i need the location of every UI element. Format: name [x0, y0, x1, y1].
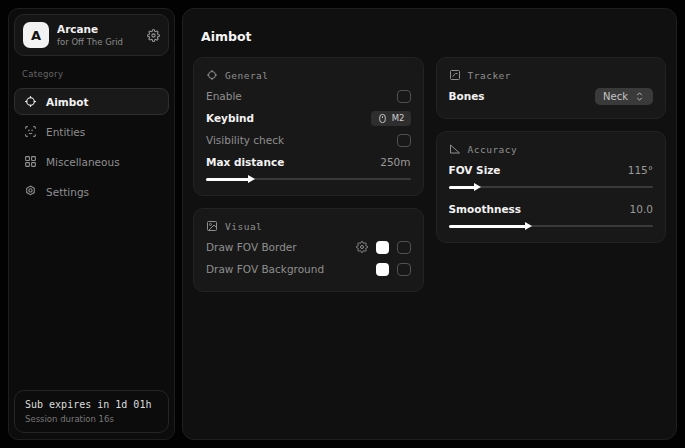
accuracy-card: Accuracy FOV Size 115° Smoothness 10.0: [436, 131, 667, 243]
crosshair-icon: [24, 95, 37, 108]
fov-size-value: 115°: [628, 164, 653, 176]
fov-border-controls: [356, 241, 411, 254]
card-title: General: [225, 70, 269, 81]
crosshair-icon: [206, 69, 218, 81]
keybind-button[interactable]: M2: [371, 111, 411, 126]
max-distance-slider[interactable]: [206, 174, 411, 184]
subscription-panel: Sub expires in 1d 01h Session duration 1…: [14, 390, 169, 433]
max-distance-label: Max distance: [206, 156, 284, 168]
card-title: Visual: [225, 221, 262, 232]
keybind-row: Keybind M2: [206, 107, 411, 129]
general-card: General Enable Keybind: [193, 57, 424, 196]
fov-size-slider[interactable]: [449, 182, 654, 192]
sidebar-item-settings[interactable]: Settings: [14, 178, 169, 205]
smoothness-value: 10.0: [630, 203, 653, 215]
general-card-header: General: [206, 69, 411, 81]
sidebar-item-label: Miscellaneous: [46, 156, 120, 168]
mouse-icon: [377, 113, 388, 124]
accuracy-card-header: Accuracy: [449, 143, 654, 155]
sidebar-item-miscellaneous[interactable]: Miscellaneous: [14, 148, 169, 175]
sidebar: A Arcane for Off The Grid Category: [8, 8, 175, 440]
chevrons-up-down-icon: [634, 91, 645, 102]
settings-gear-icon: [24, 185, 37, 198]
fov-border-label: Draw FOV Border: [206, 241, 297, 253]
triangle-ruler-icon: [449, 143, 461, 155]
smoothness-row: Smoothness 10.0: [449, 198, 654, 220]
slider-fill: [449, 225, 527, 228]
fov-border-row: Draw FOV Border: [206, 236, 411, 258]
fov-background-label: Draw FOV Background: [206, 263, 324, 275]
bones-select[interactable]: Neck: [595, 88, 653, 105]
fov-background-color-swatch[interactable]: [376, 263, 389, 276]
visibility-check-checkbox[interactable]: [397, 134, 411, 147]
visibility-check-label: Visibility check: [206, 134, 284, 146]
max-distance-value: 250m: [380, 156, 410, 168]
session-duration-text: Session duration 16s: [25, 414, 158, 424]
slider-fill: [449, 186, 476, 189]
fov-background-checkbox[interactable]: [397, 263, 411, 276]
bones-row: Bones Neck: [449, 85, 654, 107]
right-column: Tracker Bones Neck: [436, 57, 667, 243]
fov-size-row: FOV Size 115°: [449, 159, 654, 181]
sidebar-item-label: Aimbot: [46, 96, 88, 108]
gear-icon[interactable]: [356, 241, 368, 253]
sidebar-nav: Aimbot Entities: [9, 88, 174, 205]
card-title: Tracker: [468, 70, 512, 81]
card-columns: General Enable Keybind: [193, 57, 666, 292]
image-icon: [206, 220, 218, 232]
tracker-card: Tracker Bones Neck: [436, 57, 667, 119]
fov-background-row: Draw FOV Background: [206, 258, 411, 280]
scan-face-icon: [24, 125, 37, 138]
sidebar-item-label: Settings: [46, 186, 89, 198]
sidebar-item-entities[interactable]: Entities: [14, 118, 169, 145]
tracker-card-header: Tracker: [449, 69, 654, 81]
card-title: Accuracy: [468, 144, 518, 155]
fov-border-color-swatch[interactable]: [376, 241, 389, 254]
visual-card: Visual Draw FOV Border: [193, 208, 424, 292]
grid-icon: [24, 155, 37, 168]
bones-selected-value: Neck: [603, 91, 628, 102]
visual-card-header: Visual: [206, 220, 411, 232]
sidebar-item-label: Entities: [46, 126, 85, 138]
gear-icon[interactable]: [147, 29, 160, 42]
keybind-value: M2: [392, 113, 405, 123]
app-logo-card: A Arcane for Off The Grid: [14, 14, 169, 56]
keybind-label: Keybind: [206, 112, 254, 124]
app-meta: Arcane for Off The Grid: [57, 23, 139, 47]
app-logo: A: [23, 22, 49, 48]
app-window: A Arcane for Off The Grid Category: [0, 0, 685, 448]
smoothness-label: Smoothness: [449, 203, 522, 215]
fov-border-checkbox[interactable]: [397, 241, 411, 254]
route-icon: [449, 69, 461, 81]
page-title: Aimbot: [201, 29, 666, 44]
sidebar-item-aimbot[interactable]: Aimbot: [14, 88, 169, 115]
enable-checkbox[interactable]: [397, 90, 411, 103]
slider-fill: [206, 178, 249, 181]
fov-size-label: FOV Size: [449, 164, 501, 176]
category-label: Category: [22, 69, 161, 79]
enable-label: Enable: [206, 90, 242, 102]
bones-label: Bones: [449, 90, 485, 102]
sub-expiry-text: Sub expires in 1d 01h: [25, 399, 158, 410]
left-column: General Enable Keybind: [193, 57, 424, 292]
max-distance-row: Max distance 250m: [206, 151, 411, 173]
app-name: Arcane: [57, 23, 139, 35]
visibility-check-row: Visibility check: [206, 129, 411, 151]
main-panel: Aimbot General: [182, 8, 677, 440]
enable-row: Enable: [206, 85, 411, 107]
app-subtitle: for Off The Grid: [57, 37, 139, 47]
fov-background-controls: [376, 263, 411, 276]
smoothness-slider[interactable]: [449, 221, 654, 231]
